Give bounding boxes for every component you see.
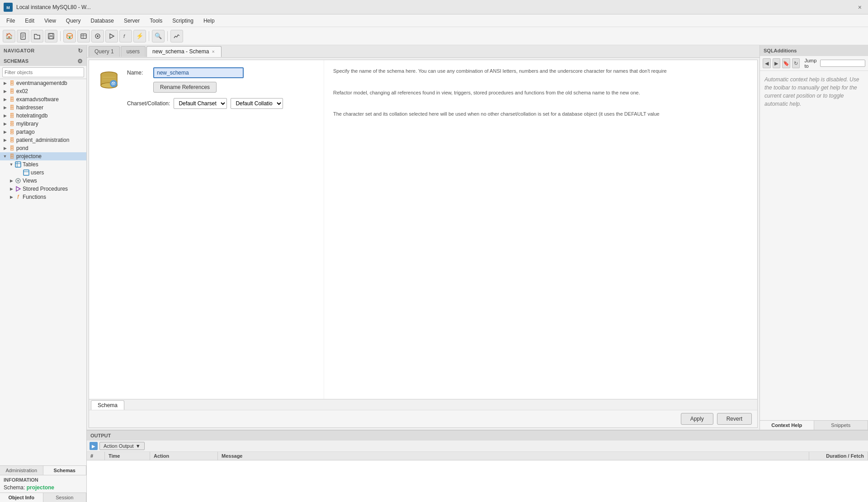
tree-item-hotelratingdb[interactable]: ▶ 🗄 hotelratingdb (0, 112, 86, 120)
open-file-button[interactable] (31, 30, 43, 42)
apply-button[interactable]: Apply (681, 413, 713, 425)
menu-tools[interactable]: Tools (145, 16, 167, 26)
tree-item-stored-procedures[interactable]: ▶ Stored Procedures (0, 185, 86, 193)
editor-tab-schema[interactable]: Schema (91, 400, 124, 410)
sql-additions-refresh-button[interactable]: ↻ (792, 58, 800, 68)
sql-tab-snippets[interactable]: Snippets (814, 421, 868, 430)
svg-rect-22 (24, 170, 29, 175)
create-schema-button[interactable] (63, 30, 76, 42)
tree-item-projectone[interactable]: ▼ 🗄 projectone (0, 152, 86, 160)
tree-arrow-pond[interactable]: ▶ (2, 145, 8, 151)
tree-arrow-stored-procedures[interactable]: ▶ (8, 186, 14, 192)
schema-name-value: projectone (27, 484, 54, 491)
schemas-header: SCHEMAS ⚙ (0, 56, 86, 66)
editor-bottom-tabs: Schema (89, 399, 757, 410)
menu-view[interactable]: View (40, 16, 61, 26)
jump-to-input[interactable] (820, 60, 865, 67)
schema-top-area: Query 1 users new_schema - Schema × (87, 45, 868, 430)
name-label: Name: (127, 70, 150, 76)
tree-item-mylibrary[interactable]: ▶ 🗄 mylibrary (0, 120, 86, 128)
tree-arrow-examadvsoftware[interactable]: ▶ (2, 96, 8, 103)
db-icon-patient-administration: 🗄 (8, 136, 15, 144)
tab-new-schema[interactable]: new_schema - Schema × (146, 46, 222, 57)
create-table-button[interactable] (77, 30, 90, 42)
tree-item-users-table[interactable]: ▶ users (0, 169, 86, 177)
main-content-area: Query 1 users new_schema - Schema × (87, 45, 868, 502)
search-button[interactable]: 🔍 (152, 30, 165, 42)
menu-server[interactable]: Server (119, 16, 144, 26)
new-file-button[interactable] (17, 30, 29, 42)
jump-to-label: Jump to (804, 58, 818, 69)
tree-arrow-functions[interactable]: ▶ (8, 194, 14, 200)
charset-label: Charset/Collation: (127, 100, 170, 107)
schemas-config-icon[interactable]: ⚙ (77, 58, 83, 65)
create-procedure-button[interactable] (105, 30, 118, 42)
save-button[interactable] (45, 30, 57, 42)
tree-item-tables[interactable]: ▼ Tables (0, 160, 86, 169)
tree-label-ex02: ex02 (16, 88, 28, 94)
performance-button[interactable] (170, 30, 183, 42)
tree-arrow-hotelratingdb[interactable]: ▶ (2, 113, 8, 119)
db-icon-examadvsoftware: 🗄 (8, 96, 15, 103)
home-button[interactable]: 🏠 (3, 30, 15, 42)
menu-database[interactable]: Database (86, 16, 118, 26)
tree-label-eventmanagementdb: eventmanagementdb (16, 80, 67, 86)
tab-schemas[interactable]: Schemas (43, 466, 87, 475)
menu-scripting[interactable]: Scripting (168, 16, 198, 26)
main-layout: Navigator ↻ SCHEMAS ⚙ ▶ 🗄 eventmanagemen… (0, 45, 868, 502)
tree-item-hairdresser[interactable]: ▶ 🗄 hairdresser (0, 103, 86, 112)
tab-users[interactable]: users (121, 46, 146, 57)
collation-select[interactable]: Default Collatio (231, 98, 283, 109)
close-button[interactable]: × (855, 3, 864, 12)
tree-item-partago[interactable]: ▶ 🗄 partago (0, 128, 86, 136)
tree-item-eventmanagementdb[interactable]: ▶ 🗄 eventmanagementdb (0, 79, 86, 87)
tree-arrow-ex02[interactable]: ▶ (2, 88, 8, 94)
menu-query[interactable]: Query (61, 16, 85, 26)
tab-query1-label: Query 1 (94, 48, 114, 55)
action-output-button[interactable]: Action Output ▼ (99, 442, 145, 450)
tab-object-info[interactable]: Object Info (0, 493, 43, 502)
help-text-rename: Refactor model, changing all references … (333, 89, 748, 97)
tree-item-patient-administration[interactable]: ▶ 🗄 patient_administration (0, 136, 86, 144)
tree-arrow-hairdresser[interactable]: ▶ (2, 104, 8, 111)
tree-item-examadvsoftware[interactable]: ▶ 🗄 examadvsoftware (0, 95, 86, 103)
tab-session[interactable]: Session (43, 493, 87, 502)
create-trigger-button[interactable]: ⚡ (133, 30, 146, 42)
tree-label-projectone: projectone (16, 153, 42, 160)
tab-administration[interactable]: Administration (0, 466, 43, 475)
tree-item-functions[interactable]: ▶ f Functions (0, 193, 86, 201)
menu-edit[interactable]: Edit (20, 16, 39, 26)
tree-item-pond[interactable]: ▶ 🗄 pond (0, 144, 86, 152)
db-icon-pond: 🗄 (8, 145, 15, 152)
tab-query1[interactable]: Query 1 (89, 46, 120, 57)
menu-help[interactable]: Help (199, 16, 219, 26)
schema-name-input[interactable] (153, 67, 244, 78)
rename-references-button[interactable]: Rename References (153, 82, 217, 93)
tree-item-views[interactable]: ▶ Views (0, 177, 86, 185)
navigator-refresh-icon[interactable]: ↻ (78, 47, 83, 54)
sql-additions-back-button[interactable]: ◀ (763, 58, 771, 68)
tree-arrow-mylibrary[interactable]: ▶ (2, 121, 8, 127)
svg-rect-12 (81, 34, 86, 38)
create-function-button[interactable]: f (119, 30, 132, 42)
charset-select[interactable]: Default Charset (174, 98, 227, 109)
sql-additions-forward-button[interactable]: ▶ (773, 58, 781, 68)
menu-file[interactable]: File (2, 16, 19, 26)
sql-tab-context-help[interactable]: Context Help (760, 421, 814, 430)
output-col-message: Message (218, 452, 809, 460)
output-type-icon: ▶ (90, 442, 98, 450)
tree-item-ex02[interactable]: ▶ 🗄 ex02 (0, 87, 86, 95)
revert-button[interactable]: Revert (717, 413, 752, 425)
tab-new-schema-close[interactable]: × (211, 49, 215, 54)
tree-arrow-patient-administration[interactable]: ▶ (2, 137, 8, 143)
tree-arrow-partago[interactable]: ▶ (2, 129, 8, 135)
tree-arrow-tables[interactable]: ▼ (8, 161, 14, 168)
sql-additions-bookmark-button[interactable]: 🔖 (782, 58, 790, 68)
stored-procedures-icon (14, 185, 22, 192)
tree-arrow-projectone[interactable]: ▼ (2, 153, 8, 160)
tree-arrow-views[interactable]: ▶ (8, 178, 14, 184)
schemas-title: SCHEMAS (4, 58, 28, 64)
create-view-button[interactable] (91, 30, 104, 42)
tree-arrow-eventmanagementdb[interactable]: ▶ (2, 80, 8, 86)
filter-input[interactable] (2, 67, 84, 77)
